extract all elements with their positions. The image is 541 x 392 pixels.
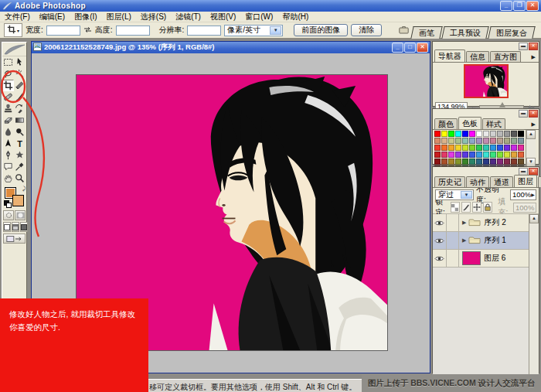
tool-move[interactable] <box>14 56 26 68</box>
swatch-2-8[interactable] <box>490 145 496 151</box>
palette-close-icon[interactable]: ✕ <box>529 110 538 118</box>
tool-crop[interactable] <box>2 80 14 91</box>
layer-row-0[interactable]: ▶序列 2 <box>433 214 529 232</box>
menu-item-2[interactable]: 图像(I) <box>70 12 101 22</box>
swatch-2-7[interactable] <box>483 145 489 151</box>
menu-item-8[interactable]: 帮助(H) <box>277 12 313 22</box>
swatch-4-8[interactable] <box>490 159 496 165</box>
swatch-2-9[interactable] <box>497 145 503 151</box>
tool-blur[interactable] <box>2 126 14 138</box>
tool-lasso[interactable] <box>2 68 14 80</box>
swatch-2-12[interactable] <box>518 145 524 151</box>
tool-brush[interactable] <box>14 91 26 103</box>
swatch-0-4[interactable] <box>462 131 468 137</box>
default-colors-icon[interactable] <box>4 200 10 206</box>
swatch-0-0[interactable] <box>434 131 441 137</box>
swatch-4-7[interactable] <box>483 159 489 165</box>
tool-type[interactable]: T <box>14 138 26 149</box>
visibility-eye-icon[interactable] <box>433 214 447 231</box>
swatch-4-5[interactable] <box>469 159 475 165</box>
select-arrow-icon[interactable]: ▼ <box>461 191 472 199</box>
swatch-1-8[interactable] <box>490 138 496 144</box>
swatch-2-5[interactable] <box>469 145 475 151</box>
swatch-2-3[interactable] <box>455 145 461 151</box>
swatches-scrollbar[interactable]: ▲ ▼ <box>526 130 536 167</box>
resolution-unit-select[interactable]: 像素/英寸 ▼ <box>224 25 283 36</box>
tab-图层[interactable]: 图层 <box>514 175 537 187</box>
clear-button[interactable]: 清除 <box>351 24 382 36</box>
swatch-4-2[interactable] <box>448 159 454 165</box>
menu-item-6[interactable]: 视图(V) <box>206 12 240 22</box>
swatch-4-11[interactable] <box>511 159 517 165</box>
layer-row-1[interactable]: ▶序列 1 <box>433 232 529 250</box>
swatch-4-9[interactable] <box>497 159 503 165</box>
tab-导航器[interactable]: 导航器 <box>434 49 465 62</box>
doc-close-button[interactable]: ✕ <box>417 43 428 53</box>
tool-custom-shape[interactable] <box>14 149 26 161</box>
tool-eraser[interactable] <box>2 114 14 126</box>
tool-rectangular-marquee[interactable] <box>2 56 14 68</box>
opacity-arrow-icon[interactable]: ▶ <box>531 192 535 197</box>
swatch-3-11[interactable] <box>511 152 517 158</box>
menu-item-3[interactable]: 图层(L) <box>102 12 136 22</box>
swatch-0-5[interactable] <box>469 131 475 137</box>
swatch-1-2[interactable] <box>448 138 454 144</box>
standard-mode-button[interactable] <box>3 210 14 220</box>
swatch-3-7[interactable] <box>483 152 489 158</box>
tool-hand[interactable] <box>2 172 14 184</box>
height-input[interactable] <box>116 26 150 36</box>
tool-path-selection[interactable] <box>2 138 14 149</box>
expand-triangle-icon[interactable]: ▶ <box>462 220 466 226</box>
swatch-2-6[interactable] <box>476 145 482 151</box>
fullscreen-menubar-button[interactable] <box>12 222 19 232</box>
scroll-up-icon[interactable]: ▲ <box>526 130 536 139</box>
tab-信息[interactable]: 信息 <box>466 51 489 62</box>
swap-colors-icon[interactable]: ⤸ <box>22 186 26 192</box>
swatch-1-5[interactable] <box>469 138 475 144</box>
menu-item-7[interactable]: 窗口(W) <box>240 12 277 22</box>
swatch-2-0[interactable] <box>434 145 441 151</box>
menu-item-0[interactable]: 文件(F) <box>0 12 35 22</box>
background-color-chip[interactable] <box>12 195 24 206</box>
swatch-1-10[interactable] <box>504 138 510 144</box>
slider-thumb[interactable] <box>499 102 505 107</box>
swatch-4-4[interactable] <box>462 159 468 165</box>
lock-transparency-icon[interactable] <box>451 202 460 213</box>
swatch-0-9[interactable] <box>497 131 503 137</box>
tab-直方图[interactable]: 直方图 <box>490 51 521 62</box>
opacity-control[interactable]: 100% ▶ <box>510 189 536 200</box>
swatch-2-1[interactable] <box>441 145 447 151</box>
link-cell[interactable] <box>447 250 459 267</box>
expand-triangle-icon[interactable]: ▶ <box>462 237 466 244</box>
menu-item-5[interactable]: 滤镜(T) <box>171 12 206 22</box>
swatch-0-1[interactable] <box>441 131 447 137</box>
swatch-3-10[interactable] <box>504 152 510 158</box>
swatch-2-10[interactable] <box>504 145 510 151</box>
swap-dimensions-icon[interactable] <box>83 26 92 35</box>
swatch-1-1[interactable] <box>441 138 447 144</box>
well-tab-0[interactable]: 画笔 <box>410 26 442 39</box>
jump-to-imageready-button[interactable] <box>3 233 26 244</box>
menu-item-1[interactable]: 编辑(E) <box>35 12 70 22</box>
front-image-button[interactable]: 前面的图像 <box>294 24 348 36</box>
well-tab-2[interactable]: 图层复合 <box>488 26 535 39</box>
swatch-3-0[interactable] <box>434 152 441 158</box>
lock-pixels-icon[interactable] <box>461 202 471 213</box>
tool-eyedropper[interactable] <box>14 161 26 172</box>
tab-通道[interactable]: 通道 <box>490 176 513 187</box>
tab-样式[interactable]: 样式 <box>482 118 505 129</box>
tab-路径[interactable]: 路径 <box>538 176 541 187</box>
fullscreen-button[interactable] <box>20 222 28 232</box>
swatch-3-2[interactable] <box>448 152 454 158</box>
scroll-up-icon[interactable]: ▲ <box>529 214 539 223</box>
tool-notes[interactable] <box>2 161 14 172</box>
swatch-4-3[interactable] <box>455 159 461 165</box>
app-title-bar[interactable]: Adobe Photoshop _ ❐ ✕ <box>0 0 541 12</box>
tool-dodge[interactable] <box>14 126 26 138</box>
swatch-3-12[interactable] <box>518 152 524 158</box>
lock-all-icon[interactable] <box>483 202 492 213</box>
swatch-3-4[interactable] <box>462 152 468 158</box>
photoshop-feather-logo[interactable] <box>2 43 26 56</box>
tool-gradient[interactable] <box>14 114 26 126</box>
close-button[interactable]: ✕ <box>526 1 539 11</box>
